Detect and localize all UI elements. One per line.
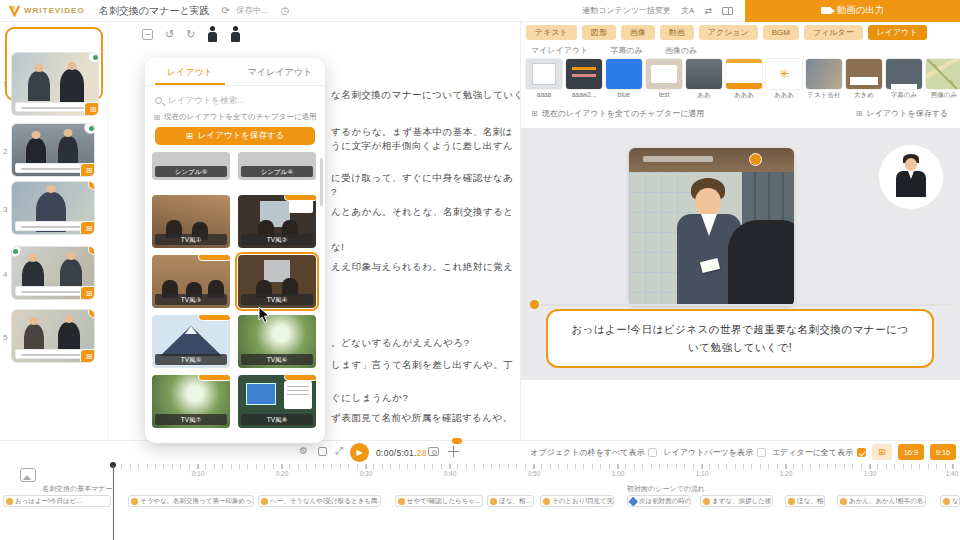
seek-handle[interactable] (530, 300, 539, 309)
translate-icon[interactable]: 文A (681, 5, 694, 16)
save-layout-link[interactable]: ⊞ レイアウトを保存する (856, 108, 948, 119)
chapter-1-title[interactable]: 名刺交換の基本マナー (42, 484, 113, 494)
timeline-clip[interactable]: ほな、相手... (785, 495, 825, 507)
tab-bgm[interactable]: BGM (763, 25, 799, 40)
presenter-avatar[interactable] (879, 145, 943, 209)
snapshot-icon[interactable] (428, 447, 439, 456)
timeline-clip[interactable]: へー、そうなんや!受け取るときも両... (258, 495, 381, 507)
timeline-clip[interactable]: な... (940, 495, 960, 507)
divider-handle[interactable] (452, 438, 462, 444)
popup-apply-all[interactable]: ⊞ 現在のレイアウトを全てのチャプターに適用 (145, 112, 325, 122)
timeline-clip[interactable]: そうやな。名刺交換って第一印象めっ... (128, 495, 254, 507)
toggle-object-frames[interactable]: オブジェクトの枠をすべて表示 (530, 447, 657, 458)
layout-item[interactable]: テスト会社 (806, 59, 842, 100)
expand-icon[interactable]: ⤢ (335, 445, 343, 457)
layout-option[interactable]: TV風⑤ (152, 315, 230, 368)
script-line[interactable]: に受け取って、すぐに中身を確認せなあ (331, 172, 513, 185)
checkbox-checked[interactable] (857, 448, 866, 457)
layout-option[interactable]: シンプル⑥ (238, 152, 316, 180)
layout-item[interactable]: test (646, 59, 682, 100)
timeline-ruler[interactable] (113, 464, 958, 469)
fit-frame-icon[interactable] (318, 447, 327, 456)
seek-track[interactable] (541, 304, 953, 306)
chapter-thumb-1[interactable]: ⊞ (12, 53, 98, 115)
chapter-thumb-5[interactable]: ⊞ (12, 310, 94, 362)
layout-quick-button[interactable]: ⊞ (84, 102, 98, 115)
subtitle-box[interactable]: おっはよー!今日はビジネスの世界で超重要な名刺交換のマナーについて勉強していくで… (546, 309, 934, 368)
chapter-thumb-4[interactable]: ⊞ (12, 247, 94, 299)
character-1-icon[interactable] (207, 26, 218, 42)
guide-book-icon[interactable] (722, 7, 733, 15)
aspect-16-9-button[interactable]: 16:9 (898, 444, 924, 460)
layout-option-selected[interactable]: TV風④ (238, 255, 316, 308)
script-line[interactable]: ぐにしまうんか? (331, 392, 408, 405)
timeline-clip[interactable]: 次は初対面の時の... (627, 495, 691, 507)
filter-subtitle-only[interactable]: 字幕のみ (610, 45, 642, 56)
layout-item[interactable]: 画像のみ (926, 59, 960, 100)
script-line[interactable]: ? (331, 186, 337, 197)
timeline-clip[interactable]: おっはよー!今日はビ... (3, 495, 111, 507)
timeline-clip[interactable]: ほな、相... (487, 495, 534, 507)
tab-action[interactable]: アクション (699, 25, 758, 40)
video-preview[interactable] (629, 148, 794, 306)
layout-option[interactable]: TV風② (238, 195, 316, 248)
tab-image[interactable]: 画像 (621, 25, 655, 40)
chapter-image-icon[interactable] (20, 468, 36, 482)
layout-option[interactable]: TV風⑦ (152, 375, 230, 428)
save-layout-button[interactable]: ⊞ レイアウトを保存する (155, 127, 315, 145)
tab-video[interactable]: 動画 (660, 25, 694, 40)
layout-item[interactable]: ✳あああ (766, 59, 802, 100)
layout-option[interactable]: TV風③ (152, 255, 230, 308)
cast-icon[interactable]: ⇄ (704, 6, 712, 16)
script-line[interactable]: ず表面見て名前や所属を確認するんや。 (331, 412, 513, 425)
timeline-clip[interactable]: あかん、あかん!相手の名... (837, 495, 926, 507)
toggle-show-all-editor[interactable]: エディターに全て表示 (772, 447, 866, 458)
redo-icon[interactable]: ↻ (186, 28, 195, 41)
script-line[interactable]: します」言うて名刺を差し出すんや。丁 (331, 359, 513, 372)
layout-option[interactable]: シンプル⑤ (152, 152, 230, 180)
checkbox-unchecked[interactable] (757, 448, 766, 457)
tab-filter[interactable]: フィルター (804, 25, 863, 40)
layout-quick-button[interactable]: ⊞ (80, 163, 94, 176)
refresh-icon[interactable]: ⟳ (222, 5, 230, 16)
script-line[interactable]: 。どないするんがええんやろ? (331, 337, 469, 350)
play-button[interactable]: ▶ (350, 443, 369, 462)
checkbox-unchecked[interactable] (648, 448, 657, 457)
apply-all-chapters[interactable]: ⊞ 現在のレイアウトを全てのチャプターに適用 (531, 108, 704, 119)
chapter-thumb-2[interactable]: ⊞ (12, 124, 94, 176)
export-video-button[interactable]: 動画の出力 (745, 0, 960, 22)
settings-icon[interactable]: ⚙ (299, 445, 308, 456)
character-2-icon[interactable] (230, 26, 241, 42)
filter-image-only[interactable]: 画像のみ (665, 45, 697, 56)
move-tool-icon[interactable] (448, 446, 459, 457)
layout-item[interactable]: 大きめ (846, 59, 882, 100)
layout-quick-button[interactable]: ⊞ (80, 286, 94, 299)
layout-quick-button[interactable]: ⊞ (80, 349, 94, 362)
script-line[interactable]: んとあかん。それとな、名刺交換すると (331, 206, 514, 219)
bulk-change-label[interactable]: 連動コンテンツ一括変更 (582, 5, 671, 16)
layout-toggle-icon[interactable] (142, 29, 153, 40)
layout-item[interactable]: あああ (726, 59, 762, 100)
layout-item[interactable]: blue (606, 59, 642, 100)
popup-tab-layout[interactable]: レイアウト (145, 58, 235, 85)
script-line[interactable]: ええ印象与えられるわ。これ絶対に覚え (331, 261, 513, 274)
tab-layout[interactable]: レイアウト (868, 25, 927, 40)
layout-option[interactable]: TV風⑧ (238, 375, 316, 428)
layout-item[interactable]: 字幕のみ (886, 59, 922, 100)
timeline-clip[interactable]: せやで!確認したらちゃ... (395, 495, 483, 507)
script-line[interactable]: うに文字が相手側向くように差し出すん (331, 140, 513, 153)
aspect-9-16-button[interactable]: 9:16 (930, 444, 956, 460)
tab-text[interactable]: テキスト (526, 25, 577, 40)
script-line[interactable]: な名刺交換のマナーについて勉強していく (331, 89, 524, 102)
script-line[interactable]: するからな。まず基本中の基本、名刺は (331, 126, 513, 139)
layout-option[interactable]: TV風⑥ (238, 315, 316, 368)
chapter-thumb-3[interactable]: ⊞ (12, 182, 94, 234)
script-line[interactable]: な! (331, 241, 344, 254)
chapter-2-title[interactable]: 初対面のシーンでの流れ (627, 484, 705, 494)
popup-tab-my-layout[interactable]: マイレイアウト (235, 58, 325, 85)
tab-shape[interactable]: 図形 (582, 25, 616, 40)
layout-item[interactable]: ああ (686, 59, 722, 100)
layout-option[interactable]: TV風① (152, 195, 230, 248)
layout-item[interactable]: aaaa (526, 59, 562, 100)
timeline-clip[interactable]: まずな、挨拶した後... (700, 495, 773, 507)
